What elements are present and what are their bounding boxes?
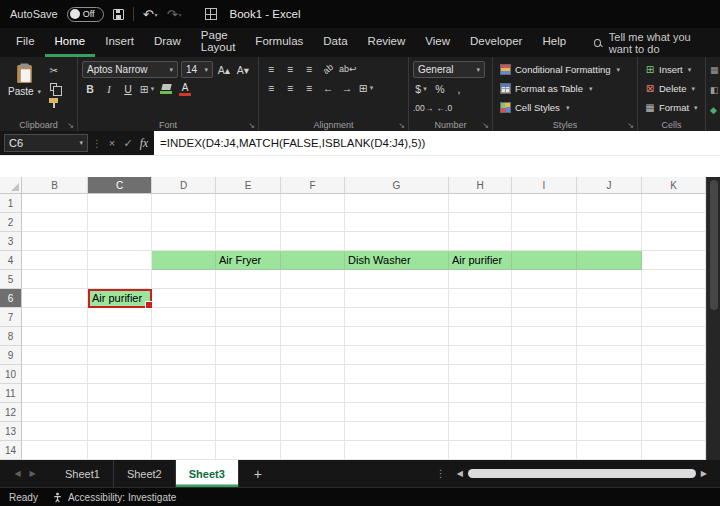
cell-I3[interactable] bbox=[512, 232, 577, 251]
cell-D2[interactable] bbox=[152, 213, 216, 232]
cell-J5[interactable] bbox=[577, 270, 642, 289]
cell-C5[interactable] bbox=[88, 270, 152, 289]
cell-G2[interactable] bbox=[345, 213, 449, 232]
cell-F3[interactable] bbox=[281, 232, 345, 251]
cell-K12[interactable] bbox=[642, 403, 706, 422]
ribbon-tab-review[interactable]: Review bbox=[358, 28, 416, 57]
cell-I8[interactable] bbox=[512, 327, 577, 346]
cell-C8[interactable] bbox=[88, 327, 152, 346]
row-header-7[interactable]: 7 bbox=[0, 308, 22, 327]
cell-G1[interactable] bbox=[345, 194, 449, 213]
ribbon-tab-help[interactable]: Help bbox=[532, 28, 576, 57]
cell-H3[interactable] bbox=[449, 232, 512, 251]
font-name-select[interactable]: Aptos Narrow ▾ bbox=[82, 61, 178, 78]
cell-G14[interactable] bbox=[345, 441, 449, 460]
cell-K11[interactable] bbox=[642, 384, 706, 403]
cell-J4[interactable] bbox=[577, 251, 642, 270]
cell-styles-button[interactable]: Cell Styles ▾ bbox=[497, 99, 633, 116]
cell-D8[interactable] bbox=[152, 327, 216, 346]
orientation-button[interactable]: ab bbox=[317, 58, 340, 81]
cell-H10[interactable] bbox=[449, 365, 512, 384]
row-header-12[interactable]: 12 bbox=[0, 403, 22, 422]
comma-style-button[interactable]: , bbox=[451, 81, 467, 97]
align-center-button[interactable]: ≡ bbox=[282, 80, 298, 96]
cell-H8[interactable] bbox=[449, 327, 512, 346]
cell-E1[interactable] bbox=[216, 194, 281, 213]
cell-C9[interactable] bbox=[88, 346, 152, 365]
cell-K6[interactable] bbox=[642, 289, 706, 308]
horizontal-scrollbar[interactable] bbox=[468, 460, 696, 487]
cell-E14[interactable] bbox=[216, 441, 281, 460]
cell-D11[interactable] bbox=[152, 384, 216, 403]
cell-G4[interactable]: Dish Washer bbox=[345, 251, 449, 270]
ribbon-tab-home[interactable]: Home bbox=[45, 28, 96, 57]
cell-E10[interactable] bbox=[216, 365, 281, 384]
cell-H7[interactable] bbox=[449, 308, 512, 327]
cell-J13[interactable] bbox=[577, 422, 642, 441]
borders-button[interactable]: ⊞ ▾ bbox=[139, 81, 155, 97]
cell-E7[interactable] bbox=[216, 308, 281, 327]
scroll-left-button[interactable]: ◀ bbox=[452, 460, 468, 487]
cell-F9[interactable] bbox=[281, 346, 345, 365]
previous-sheet-button[interactable]: ◀ bbox=[10, 460, 25, 487]
ribbon-tab-view[interactable]: View bbox=[415, 28, 460, 57]
cell-I14[interactable] bbox=[512, 441, 577, 460]
cell-B9[interactable] bbox=[22, 346, 88, 365]
ribbon-tab-data[interactable]: Data bbox=[313, 28, 357, 57]
cell-K8[interactable] bbox=[642, 327, 706, 346]
insert-cells-button[interactable]: ⊞ Insert ▾ bbox=[642, 61, 701, 78]
row-header-10[interactable]: 10 bbox=[0, 365, 22, 384]
ribbon-tab-developer[interactable]: Developer bbox=[460, 28, 532, 57]
row-header-2[interactable]: 2 bbox=[0, 213, 22, 232]
cell-G13[interactable] bbox=[345, 422, 449, 441]
conditional-formatting-button[interactable]: Conditional Formatting ▾ bbox=[497, 61, 633, 78]
column-header-E[interactable]: E bbox=[216, 177, 281, 194]
cell-G3[interactable] bbox=[345, 232, 449, 251]
column-header-H[interactable]: H bbox=[449, 177, 512, 194]
cell-C4[interactable] bbox=[88, 251, 152, 270]
cell-G11[interactable] bbox=[345, 384, 449, 403]
select-all-button[interactable] bbox=[0, 177, 22, 194]
cell-C1[interactable] bbox=[88, 194, 152, 213]
underline-button[interactable]: U bbox=[120, 81, 136, 97]
new-sheet-button[interactable]: + bbox=[243, 460, 273, 487]
cell-J8[interactable] bbox=[577, 327, 642, 346]
cell-H9[interactable] bbox=[449, 346, 512, 365]
cut-button[interactable]: ✂ bbox=[49, 65, 57, 76]
cell-J10[interactable] bbox=[577, 365, 642, 384]
cell-H14[interactable] bbox=[449, 441, 512, 460]
cell-F14[interactable] bbox=[281, 441, 345, 460]
cell-F5[interactable] bbox=[281, 270, 345, 289]
column-header-G[interactable]: G bbox=[345, 177, 449, 194]
cell-I7[interactable] bbox=[512, 308, 577, 327]
cell-D6[interactable] bbox=[152, 289, 216, 308]
cell-K14[interactable] bbox=[642, 441, 706, 460]
percent-style-button[interactable]: % bbox=[432, 81, 448, 97]
cell-B7[interactable] bbox=[22, 308, 88, 327]
align-right-button[interactable]: ≡ bbox=[301, 80, 317, 96]
cell-I12[interactable] bbox=[512, 403, 577, 422]
cell-J1[interactable] bbox=[577, 194, 642, 213]
format-painter-button[interactable] bbox=[49, 97, 58, 108]
increase-indent-button[interactable]: → bbox=[339, 80, 355, 96]
cell-C7[interactable] bbox=[88, 308, 152, 327]
row-header-6[interactable]: 6 bbox=[0, 289, 22, 308]
cell-C12[interactable] bbox=[88, 403, 152, 422]
cell-D1[interactable] bbox=[152, 194, 216, 213]
cell-B14[interactable] bbox=[22, 441, 88, 460]
cell-I13[interactable] bbox=[512, 422, 577, 441]
font-size-select[interactable]: 14 ▾ bbox=[181, 61, 213, 78]
font-dialog-launcher[interactable]: ↘ bbox=[248, 121, 255, 130]
cell-B12[interactable] bbox=[22, 403, 88, 422]
accounting-format-button[interactable]: $ ▾ bbox=[413, 81, 429, 97]
cell-C6[interactable]: Air purifier bbox=[88, 289, 152, 308]
column-header-K[interactable]: K bbox=[642, 177, 706, 194]
cell-F10[interactable] bbox=[281, 365, 345, 384]
ribbon-tab-draw[interactable]: Draw bbox=[144, 28, 191, 57]
cell-F1[interactable] bbox=[281, 194, 345, 213]
sheet-tab-sheet3[interactable]: Sheet3 bbox=[176, 460, 239, 487]
align-middle-button[interactable]: ≡ bbox=[282, 61, 298, 77]
number-dialog-launcher[interactable]: ↘ bbox=[482, 121, 489, 130]
cell-F7[interactable] bbox=[281, 308, 345, 327]
cell-J11[interactable] bbox=[577, 384, 642, 403]
